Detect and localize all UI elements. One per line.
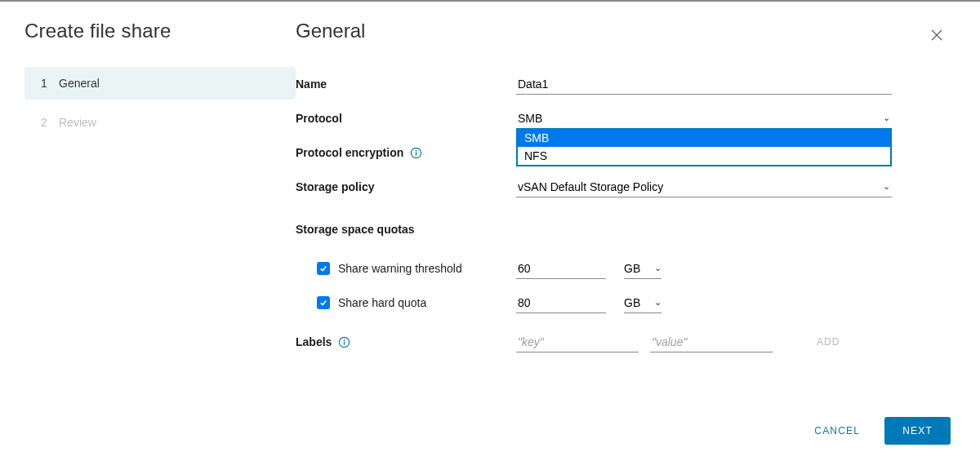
hard-quota-checkbox[interactable]	[317, 296, 330, 309]
chevron-down-icon: ⌄	[883, 181, 890, 192]
svg-rect-4	[416, 152, 416, 155]
step-review[interactable]: 2 Review	[24, 106, 296, 139]
step-general[interactable]: 1 General	[24, 67, 296, 100]
protocol-option-smb[interactable]: SMB	[518, 129, 890, 147]
storage-policy-label: Storage policy	[296, 180, 516, 193]
chevron-down-icon: ⌄	[654, 297, 662, 308]
cancel-button[interactable]: CANCEL	[804, 417, 870, 445]
protocol-label: Protocol	[296, 112, 516, 125]
svg-point-6	[344, 339, 345, 340]
add-button[interactable]: ADD	[817, 336, 840, 348]
next-button[interactable]: NEXT	[884, 417, 951, 445]
hard-quota-unit-select[interactable]: GB ⌄	[624, 293, 662, 313]
svg-point-3	[416, 149, 417, 151]
name-input[interactable]	[516, 74, 892, 95]
hard-quota-label: Share hard quota	[296, 296, 516, 309]
warning-threshold-input[interactable]	[516, 259, 606, 279]
warning-threshold-checkbox[interactable]	[317, 262, 330, 275]
name-label: Name	[296, 78, 516, 91]
protocol-select[interactable]: SMB ⌄ SMB NFS	[516, 109, 892, 129]
warning-threshold-unit-select[interactable]: GB ⌄	[624, 259, 662, 279]
storage-policy-select[interactable]: vSAN Default Storage Policy ⌄	[516, 177, 892, 197]
info-icon[interactable]	[410, 147, 422, 159]
svg-rect-7	[344, 341, 345, 344]
chevron-down-icon: ⌄	[883, 113, 890, 123]
protocol-encryption-label: Protocol encryption	[296, 146, 516, 159]
wizard-sidebar: Create file share 1 General 2 Review	[24, 20, 296, 461]
sidebar-title: Create file share	[24, 20, 296, 42]
chevron-down-icon: ⌄	[654, 263, 662, 273]
protocol-option-nfs[interactable]: NFS	[518, 147, 890, 165]
hard-quota-input[interactable]	[516, 293, 606, 313]
label-key-input[interactable]	[516, 332, 639, 352]
protocol-dropdown: SMB NFS	[516, 128, 892, 166]
page-title: General	[296, 20, 931, 42]
labels-label: Labels	[296, 335, 516, 348]
info-icon[interactable]	[338, 336, 350, 348]
quotas-label: Storage space quotas	[296, 223, 516, 236]
warning-threshold-label: Share warning threshold	[296, 262, 516, 275]
label-value-input[interactable]	[650, 332, 773, 352]
